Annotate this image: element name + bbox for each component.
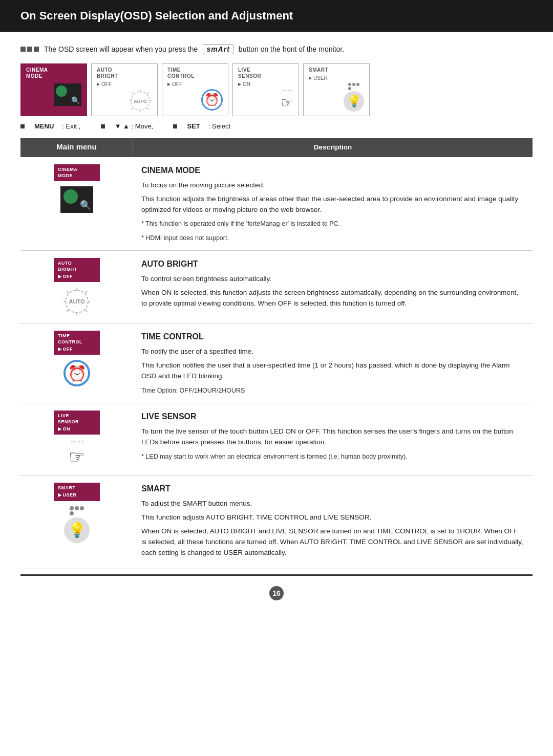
intro-line: The OSD screen will appear when you pres…	[20, 44, 533, 54]
nav-hint: MENU : Exit , ▼ ▲ : Move, SET : Select	[20, 122, 533, 130]
time-control-note1: Time Option: OFF/1HOUR/2HOURS	[141, 386, 524, 396]
time-control-desc2: This function notifies the user that a u…	[141, 360, 524, 382]
auto-bright-card-sub: ▶ OFF	[58, 274, 96, 280]
nav-hint-sq	[20, 124, 25, 128]
top-menu-row: CINEMAMODE 🔍 AUTOBRIGHT ▶ OFF AUTO	[20, 63, 533, 116]
cinema-mode-icon: 🔍	[54, 83, 81, 106]
smart-button-label: smArt	[203, 44, 233, 54]
top-menu-auto-bright-label: AUTOBRIGHT	[97, 67, 118, 79]
smart-desc2: This function adjusts AUTO BRIGHT, TIME …	[141, 512, 524, 523]
table-row-auto-bright: AUTOBRIGHT ▶ OFF AUTO AUTO B	[20, 251, 533, 323]
cinema-mode-card: CINEMAMODE	[54, 164, 100, 181]
cinema-mode-note1: * This function is operated only if the …	[141, 219, 524, 229]
smart-card: SMART ▶ USER	[54, 483, 100, 501]
auto-bright-icon: AUTO	[129, 89, 152, 113]
live-sensor-menu-col: LIVESENSOR ▶ ON ⁰ ⁰ ⁰ ⁰ ☞	[20, 411, 133, 468]
time-control-desc1: To notify the user of a specified time.	[141, 347, 524, 357]
svg-line-16	[67, 291, 69, 293]
table-row-cinema-mode: CINEMAMODE 🔍 CINEMA MODE To focus on the…	[20, 157, 533, 251]
cinema-mode-img: 🔍	[60, 186, 93, 213]
table-header: Main menu Description	[20, 138, 533, 157]
nav-hint-set: SET	[187, 122, 200, 130]
nav-hint-sq2	[101, 124, 105, 128]
auto-bright-icon-lg: AUTO	[62, 287, 91, 316]
intro-text-after: button on the front of the monitor.	[239, 45, 344, 53]
nav-hint-set-suffix: : Select	[208, 122, 230, 130]
top-menu-live-sensor-label: LIVESENSOR	[238, 67, 261, 79]
live-sensor-desc-col: LIVE SENSOR To turn the live sensor of t…	[133, 411, 533, 468]
smart-desc3: When ON is selected, AUTO BRIGHT and LIV…	[141, 526, 524, 558]
smart-title: SMART	[141, 483, 524, 495]
live-sensor-title: LIVE SENSOR	[141, 411, 524, 423]
top-menu-cinema-label: CINEMAMODE	[26, 67, 48, 79]
auto-bright-desc2: When ON is selected, this function adjus…	[141, 288, 524, 309]
top-menu-time-control-icon: ⏰	[167, 89, 223, 111]
top-menu-live-sensor[interactable]: LIVESENSOR ▶ ON ᵒ ᵒ ᵒ ᵒ ☞	[232, 63, 299, 116]
svg-line-18	[85, 291, 87, 293]
bottom-line	[20, 574, 533, 576]
auto-bright-card: AUTOBRIGHT ▶ OFF	[54, 258, 100, 282]
top-menu-auto-bright-icon: AUTO	[97, 89, 152, 113]
intro-squares	[20, 47, 39, 52]
time-control-card-sub: ▶ OFF	[58, 347, 96, 353]
cinema-mode-desc2: This function adjusts the brightness of …	[141, 194, 524, 215]
table-header-col1: Main menu	[20, 138, 133, 157]
table-row-time-control: TIMECONTROL ▶ OFF ⏰ TIME CONTROL To noti…	[20, 323, 533, 403]
time-control-desc-col: TIME CONTROL To notify the user of a spe…	[133, 331, 533, 396]
smart-icon-lg: 💡	[64, 506, 90, 543]
table-row-smart: SMART ▶ USER 💡 SMART To adjust the SMART…	[20, 476, 533, 569]
intro-text-before: The OSD screen will appear when you pres…	[44, 45, 198, 53]
top-menu-live-sensor-icon: ᵒ ᵒ ᵒ ᵒ ☞	[238, 89, 293, 111]
top-menu-time-control-label: TIMECONTROL	[167, 67, 195, 79]
page-number: 16	[269, 586, 284, 600]
svg-line-19	[67, 310, 69, 312]
auto-bright-card-label: AUTOBRIGHT	[58, 261, 96, 272]
top-menu-smart-icon: 💡	[309, 83, 364, 112]
time-control-card: TIMECONTROL ▶ OFF	[54, 331, 100, 355]
smart-desc1: To adjust the SMART button menus.	[141, 499, 524, 509]
top-menu-cinema-icon-area: 🔍	[26, 83, 81, 106]
table-header-col2: Description	[133, 138, 533, 157]
top-menu-time-control-sub: ▶ OFF	[167, 81, 182, 87]
time-icon-lg: ⏰	[63, 360, 90, 386]
top-menu-smart-label: SMART	[309, 67, 328, 73]
cinema-mode-card-label: CINEMAMODE	[58, 167, 96, 179]
live-sensor-card: LIVESENSOR ▶ ON	[54, 411, 100, 435]
cinema-mode-note2: * HDMI input does not support.	[141, 233, 524, 243]
auto-bright-img: AUTO	[62, 287, 91, 316]
live-sensor-card-sub: ▶ ON	[58, 426, 96, 433]
time-control-menu-col: TIMECONTROL ▶ OFF ⏰	[20, 331, 133, 396]
smart-card-sub: ▶ USER	[58, 492, 96, 499]
auto-bright-title: AUTO BRIGHT	[141, 258, 524, 271]
top-menu-time-control[interactable]: TIMECONTROL ▶ OFF ⏰	[162, 63, 228, 116]
svg-line-9	[132, 108, 133, 110]
cinema-mode-desc-col: CINEMA MODE To focus on the moving pictu…	[133, 164, 533, 243]
table-row-live-sensor: LIVESENSOR ▶ ON ⁰ ⁰ ⁰ ⁰ ☞ LIVE SENSOR To…	[20, 403, 533, 476]
auto-bright-menu-col: AUTOBRIGHT ▶ OFF AUTO	[20, 258, 133, 316]
time-control-card-label: TIMECONTROL	[58, 333, 96, 345]
svg-line-7	[147, 108, 149, 110]
live-sensor-card-label: LIVESENSOR	[58, 413, 96, 425]
top-menu-smart-sub: ▶ USER	[309, 75, 328, 81]
cinema-mode-menu-col: CINEMAMODE 🔍	[20, 164, 133, 243]
page-number-row: 16	[20, 586, 533, 600]
svg-line-6	[132, 92, 133, 94]
svg-line-17	[85, 310, 87, 312]
smart-img: 💡	[64, 506, 90, 543]
top-menu-smart[interactable]: SMART ▶ USER 💡	[303, 63, 370, 116]
svg-text:AUTO: AUTO	[69, 298, 85, 305]
svg-text:AUTO: AUTO	[134, 99, 146, 104]
auto-bright-desc1: To control screen brightness automatical…	[141, 274, 524, 285]
time-control-title: TIME CONTROL	[141, 331, 524, 343]
time-control-img: ⏰	[63, 360, 90, 386]
page-header: On Screen Display(OSD) Selection and Adj…	[0, 0, 553, 32]
nav-hint-sq3	[173, 124, 177, 128]
live-sensor-icon-lg: ⁰ ⁰ ⁰ ⁰ ☞	[69, 440, 85, 468]
nav-hint-menu: MENU	[34, 122, 54, 130]
cinema-mode-desc1: To focus on the moving picture selected.	[141, 180, 524, 191]
cinema-icon-lg: 🔍	[60, 186, 93, 213]
top-menu-auto-bright-sub: ▶ OFF	[97, 81, 112, 87]
nav-hint-move: ▼ ▲ : Move,	[115, 122, 154, 130]
top-menu-cinema[interactable]: CINEMAMODE 🔍	[20, 63, 87, 116]
top-menu-auto-bright[interactable]: AUTOBRIGHT ▶ OFF AUTO	[91, 63, 158, 116]
